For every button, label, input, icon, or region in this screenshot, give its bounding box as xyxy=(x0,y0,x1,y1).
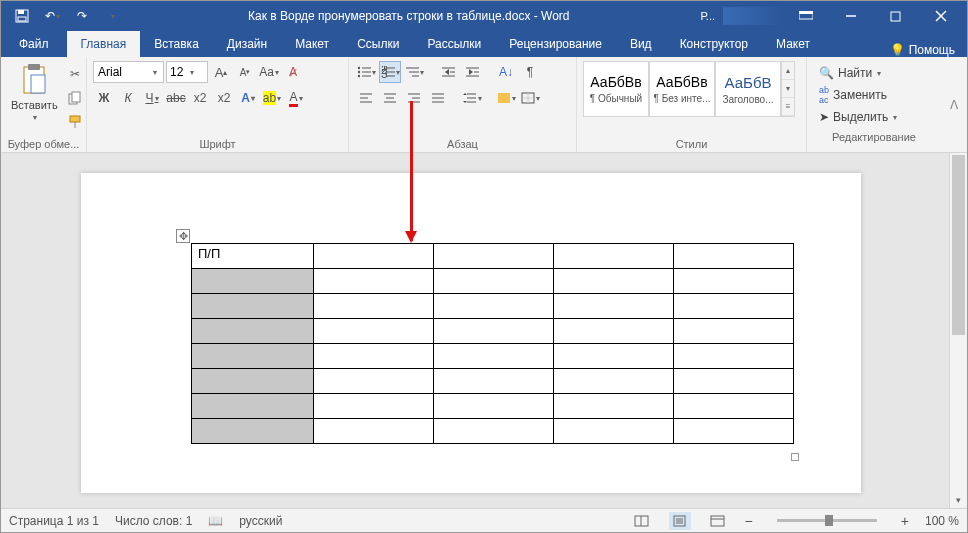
font-size-select[interactable]: ▾ xyxy=(166,61,208,83)
document-scroll[interactable]: ✥ П/П xyxy=(1,153,949,508)
table-cell[interactable] xyxy=(554,269,674,294)
tab-table-layout[interactable]: Макет xyxy=(762,31,824,57)
zoom-out-icon[interactable]: − xyxy=(745,513,753,529)
increase-indent-icon[interactable] xyxy=(461,61,483,83)
maximize-icon[interactable] xyxy=(873,2,918,30)
tab-layout[interactable]: Макет xyxy=(281,31,343,57)
bold-icon[interactable]: Ж xyxy=(93,87,115,109)
strike-icon[interactable]: abc xyxy=(165,87,187,109)
tab-references[interactable]: Ссылки xyxy=(343,31,413,57)
table-cell[interactable] xyxy=(434,294,554,319)
tab-file[interactable]: Файл xyxy=(1,31,67,57)
table-cell[interactable] xyxy=(192,319,314,344)
borders-icon[interactable]: ▾ xyxy=(519,87,541,109)
tab-mailings[interactable]: Рассылки xyxy=(413,31,495,57)
collapse-ribbon-icon[interactable]: ᐱ xyxy=(941,57,967,152)
table-cell[interactable] xyxy=(554,294,674,319)
table-cell[interactable] xyxy=(554,244,674,269)
table-cell[interactable] xyxy=(192,419,314,444)
tab-home[interactable]: Главная xyxy=(67,31,141,57)
shrink-font-icon[interactable]: A▾ xyxy=(234,61,256,83)
subscript-icon[interactable]: x2 xyxy=(189,87,211,109)
ribbon-options-icon[interactable] xyxy=(783,2,828,30)
minimize-icon[interactable] xyxy=(828,2,873,30)
sort-icon[interactable]: A↓ xyxy=(495,61,517,83)
document-page[interactable]: ✥ П/П xyxy=(81,173,861,493)
table-cell[interactable] xyxy=(554,369,674,394)
table-cell[interactable] xyxy=(314,269,434,294)
replace-button[interactable]: abacЗаменить xyxy=(819,85,929,105)
decrease-indent-icon[interactable] xyxy=(437,61,459,83)
table-cell[interactable] xyxy=(674,419,794,444)
table-cell[interactable] xyxy=(314,394,434,419)
show-marks-icon[interactable]: ¶ xyxy=(519,61,541,83)
table-cell[interactable] xyxy=(674,294,794,319)
table-cell[interactable] xyxy=(314,294,434,319)
find-button[interactable]: 🔍Найти▾ xyxy=(819,63,929,83)
zoom-in-icon[interactable]: + xyxy=(901,513,909,529)
table-cell[interactable] xyxy=(554,319,674,344)
table-cell[interactable] xyxy=(434,244,554,269)
redo-icon[interactable]: ↷ xyxy=(69,4,95,28)
undo-icon[interactable]: ↶▾ xyxy=(39,4,65,28)
styles-down-icon[interactable]: ▾ xyxy=(782,80,794,98)
tab-design[interactable]: Дизайн xyxy=(213,31,281,57)
table-cell[interactable] xyxy=(314,344,434,369)
tab-insert[interactable]: Вставка xyxy=(140,31,213,57)
table-cell[interactable] xyxy=(554,394,674,419)
align-left-icon[interactable] xyxy=(355,87,377,109)
zoom-thumb[interactable] xyxy=(825,515,833,526)
table-cell[interactable]: П/П xyxy=(192,244,314,269)
read-mode-icon[interactable] xyxy=(631,512,653,530)
paste-button[interactable]: Вставить ▾ xyxy=(7,61,62,124)
table-cell[interactable] xyxy=(314,369,434,394)
copy-icon[interactable] xyxy=(64,87,86,109)
zoom-level[interactable]: 100 % xyxy=(925,514,959,528)
save-icon[interactable] xyxy=(9,4,35,28)
table-cell[interactable] xyxy=(192,394,314,419)
format-painter-icon[interactable] xyxy=(64,111,86,133)
superscript-icon[interactable]: x2 xyxy=(213,87,235,109)
table-cell[interactable] xyxy=(674,394,794,419)
justify-icon[interactable] xyxy=(427,87,449,109)
table-cell[interactable] xyxy=(192,344,314,369)
page-indicator[interactable]: Страница 1 из 1 xyxy=(9,514,99,528)
language-indicator[interactable]: русский xyxy=(239,514,282,528)
tab-table-design[interactable]: Конструктор xyxy=(666,31,762,57)
highlight-icon[interactable]: ab▾ xyxy=(261,87,283,109)
cut-icon[interactable]: ✂ xyxy=(64,63,86,85)
table-cell[interactable] xyxy=(434,394,554,419)
account-name[interactable]: Р... xyxy=(693,10,723,22)
table-cell[interactable] xyxy=(314,419,434,444)
table-cell[interactable] xyxy=(434,319,554,344)
vertical-scrollbar[interactable]: ▴ ▾ xyxy=(949,153,967,508)
table-cell[interactable] xyxy=(674,269,794,294)
font-color-icon[interactable]: A▾ xyxy=(285,87,307,109)
table-cell[interactable] xyxy=(674,369,794,394)
spell-check-icon[interactable]: 📖 xyxy=(208,514,223,528)
table-cell[interactable] xyxy=(192,269,314,294)
table-cell[interactable] xyxy=(192,369,314,394)
grow-font-icon[interactable]: A▴ xyxy=(210,61,232,83)
close-icon[interactable] xyxy=(918,2,963,30)
styles-up-icon[interactable]: ▴ xyxy=(782,62,794,80)
styles-more-icon[interactable]: ≡ xyxy=(782,98,794,116)
scroll-down-icon[interactable]: ▾ xyxy=(950,492,967,508)
print-layout-icon[interactable] xyxy=(669,512,691,530)
change-case-icon[interactable]: Aa▾ xyxy=(258,61,280,83)
table-cell[interactable] xyxy=(674,344,794,369)
table-cell[interactable] xyxy=(674,319,794,344)
style-nospacing[interactable]: АаБбВв¶ Без инте... xyxy=(649,61,715,117)
underline-icon[interactable]: Ч▾ xyxy=(141,87,163,109)
table-cell[interactable] xyxy=(314,319,434,344)
document-table[interactable]: П/П xyxy=(191,243,794,444)
bullets-icon[interactable]: ▾ xyxy=(355,61,377,83)
numbering-icon[interactable]: 123▾ xyxy=(379,61,401,83)
font-name-select[interactable]: ▾ xyxy=(93,61,164,83)
style-normal[interactable]: АаБбВв¶ Обычный xyxy=(583,61,649,117)
table-cell[interactable] xyxy=(314,244,434,269)
text-effects-icon[interactable]: A▾ xyxy=(237,87,259,109)
multilevel-icon[interactable]: ▾ xyxy=(403,61,425,83)
table-cell[interactable] xyxy=(192,294,314,319)
table-resize-handle-icon[interactable] xyxy=(791,453,799,461)
